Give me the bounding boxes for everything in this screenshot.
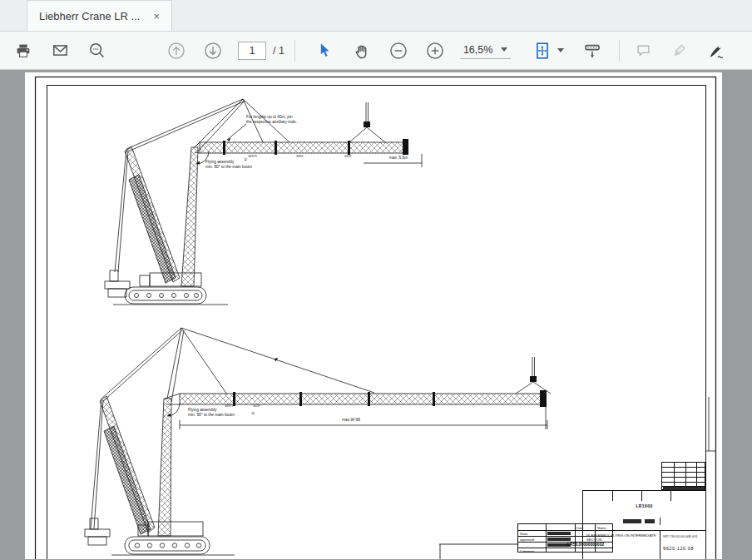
scroll-mode-button[interactable]: [581, 39, 604, 62]
approval-row-static: Static: [520, 532, 528, 536]
dimension-label-top: max. 5,6m: [378, 156, 419, 161]
crane-top: [105, 99, 422, 305]
select-tool-button[interactable]: [314, 39, 337, 62]
crane-model-label: LR1600: [583, 503, 705, 508]
minus-circle-icon: [389, 42, 408, 60]
approval-row-comment: Comment: [520, 549, 534, 553]
flying-assembly-note-bottom: Flying assembly min. 90° to the main boo…: [188, 408, 235, 417]
zoom-level-value: 16,5%: [463, 44, 492, 56]
comment-bubble-icon: [635, 42, 652, 59]
jib-section-label: 3459: [253, 404, 260, 408]
approval-row-approved: approved:: [520, 538, 535, 542]
email-button[interactable]: [48, 39, 72, 62]
highlighter-icon: [671, 42, 689, 59]
scrolling-mode-icon: [582, 41, 602, 61]
tab-bar: Liebherr Crane LR ... ×: [0, 0, 752, 32]
zoom-in-button[interactable]: [423, 39, 447, 62]
jib-section-label: 34979: [248, 155, 257, 158]
reference-mark-top: ①: [244, 157, 247, 162]
revision-table: [661, 462, 705, 490]
main-toolbar: / 1 16,5%: [0, 32, 752, 70]
fountain-pen-icon: [707, 42, 725, 60]
drawing-title: W-ASSEMBLY, FLYING ON INTERMEDIATE SECTI…: [586, 533, 658, 542]
document-tab-title: Liebherr Crane LR ...: [39, 10, 140, 22]
illegible-text-block: [645, 519, 655, 523]
page-total-label: / 1: [273, 45, 284, 57]
fit-page-icon: [533, 42, 552, 60]
comment-button[interactable]: [631, 39, 655, 62]
illegible-text-block: [623, 519, 641, 523]
illegible-text-block: [547, 532, 571, 535]
document-number: 9620 120 08: [663, 546, 705, 551]
zoom-out-button[interactable]: [387, 39, 410, 62]
previous-page-button[interactable]: [165, 39, 188, 62]
arrow-down-circle-icon: [204, 42, 222, 60]
dimension-label-bottom: max.W-98: [326, 418, 376, 423]
crane-drawing-art: [25, 72, 722, 559]
fit-page-button[interactable]: [531, 39, 554, 62]
highlight-button[interactable]: [668, 39, 691, 62]
part-number: 987-730.00.00.008-001: [663, 534, 705, 538]
pdf-viewer-window: Liebherr Crane LR ... ×: [0, 0, 752, 560]
page-number-input[interactable]: [238, 42, 266, 60]
arrow-up-circle-icon: [167, 42, 186, 60]
toolbar-divider: [294, 40, 295, 62]
print-icon: [15, 42, 32, 59]
hand-icon: [353, 42, 371, 60]
document-tab[interactable]: Liebherr Crane LR ... ×: [27, 0, 172, 31]
next-page-button[interactable]: [201, 39, 225, 62]
chevron-down-icon: [501, 47, 507, 52]
plus-circle-icon: [426, 42, 444, 60]
illegible-text-block: [660, 518, 660, 525]
note-auxiliary-rods: For lengths up to 40m, pin the respectiv…: [246, 115, 297, 124]
pdf-page: For lengths up to 40m, pin the respectiv…: [25, 72, 722, 559]
toolbar-divider: [619, 40, 620, 62]
print-button[interactable]: [12, 39, 35, 62]
drawing-code: LR50.00000000002: [567, 542, 604, 547]
jib-section-label: 3459: [344, 155, 351, 158]
hand-tool-button[interactable]: [350, 39, 374, 62]
jib-section-label: 3459: [296, 155, 303, 158]
search-icon: [88, 42, 106, 59]
illegible-text-block: [547, 538, 571, 541]
crane-bottom: [85, 328, 551, 555]
chevron-down-icon[interactable]: [557, 48, 564, 52]
jib-section-label: 34979: [225, 404, 234, 408]
email-icon: [52, 42, 69, 59]
reference-mark-bottom: ①: [251, 411, 255, 416]
select-cursor-icon: [316, 42, 334, 59]
sign-button[interactable]: [705, 39, 728, 62]
search-button[interactable]: [85, 39, 108, 62]
title-block: LR1600 W-ASSEMBLY, FLYING ON INTERMEDIAT…: [582, 490, 705, 559]
tab-close-icon[interactable]: ×: [153, 11, 160, 22]
zoom-level-dropdown[interactable]: 16,5%: [460, 42, 511, 59]
document-canvas[interactable]: For lengths up to 40m, pin the respectiv…: [0, 70, 752, 559]
